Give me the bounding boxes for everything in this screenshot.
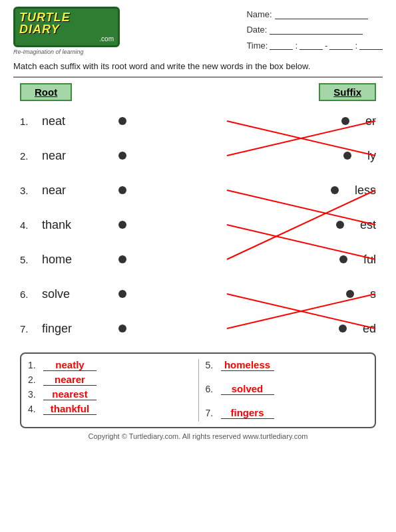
suffix-column: er ly less est bbox=[276, 104, 376, 346]
suffix-header: Suffix bbox=[319, 83, 376, 101]
answer-word-4: thankful bbox=[43, 403, 97, 415]
num-5: 5. bbox=[20, 254, 37, 265]
time-sep2: - bbox=[325, 38, 327, 53]
time-m1[interactable] bbox=[299, 41, 323, 50]
root-row-7: 7. finger bbox=[20, 311, 126, 346]
answer-right: 5. homeless 6. solved 7. fingers bbox=[198, 359, 369, 422]
suffix-dot-4 bbox=[336, 221, 344, 229]
suffix-dot-5 bbox=[339, 255, 347, 263]
answer-item-2: 2. nearer bbox=[28, 374, 192, 386]
suffix-word-3: less bbox=[355, 184, 376, 198]
answer-item-7: 7. fingers bbox=[206, 407, 369, 419]
name-label: Name: bbox=[246, 7, 272, 22]
answer-word-7: fingers bbox=[221, 407, 274, 419]
suffix-word-5: ful bbox=[363, 253, 376, 267]
time-line: Time: : - : bbox=[246, 38, 383, 53]
footer: Copyright © Turtlediary.com. All rights … bbox=[13, 432, 383, 440]
suffix-row-3: less bbox=[276, 173, 376, 207]
root-dot-4 bbox=[118, 221, 126, 229]
suffix-row-5: ful bbox=[276, 242, 376, 277]
num-1: 1. bbox=[20, 116, 37, 127]
suffix-word-2: ly bbox=[367, 149, 376, 163]
root-row-3: 3. near bbox=[20, 173, 126, 207]
logo-area: TURTLE DIARY .com Re-Imagination of lear… bbox=[13, 7, 120, 55]
suffix-word-4: est bbox=[360, 218, 376, 232]
time-sep1: : bbox=[295, 38, 297, 53]
name-line: Name: bbox=[246, 7, 383, 22]
root-column: 1. neat 2. near 3. near bbox=[20, 104, 126, 346]
logo-text: TURTLE DIARY bbox=[19, 11, 114, 35]
answer-num-4: 4. bbox=[28, 404, 40, 414]
suffix-dot-7 bbox=[339, 325, 347, 332]
suffix-dot-3 bbox=[331, 186, 339, 194]
suffix-row-1: er bbox=[276, 104, 376, 138]
answer-item-4: 4. thankful bbox=[28, 403, 192, 415]
suffix-word-6: s bbox=[370, 287, 376, 301]
suffix-row-4: est bbox=[276, 207, 376, 242]
num-2: 2. bbox=[20, 150, 37, 162]
matching-section: Root Suffix 1. neat 2. near bbox=[20, 83, 376, 346]
logo-com: .com bbox=[19, 35, 114, 43]
date-line: Date: bbox=[246, 22, 383, 37]
answer-word-2: nearer bbox=[43, 374, 97, 386]
suffix-dot-1 bbox=[341, 117, 349, 125]
header: TURTLE DIARY .com Re-Imagination of lear… bbox=[13, 7, 383, 55]
time-s[interactable] bbox=[359, 41, 383, 50]
answer-num-6: 6. bbox=[206, 384, 218, 394]
root-word-6: solve bbox=[42, 287, 70, 301]
answer-num-1: 1. bbox=[28, 360, 40, 370]
word-rows: 1. neat 2. near 3. near bbox=[20, 104, 376, 346]
suffix-row-2: ly bbox=[276, 138, 376, 173]
root-header: Root bbox=[20, 83, 72, 101]
root-row-5: 5. home bbox=[20, 242, 126, 277]
root-row-6: 6. solve bbox=[20, 277, 126, 311]
answer-item-5: 5. homeless bbox=[206, 359, 369, 371]
page: TURTLE DIARY .com Re-Imagination of lear… bbox=[0, 0, 396, 532]
answer-num-7: 7. bbox=[206, 408, 218, 418]
name-input[interactable] bbox=[275, 10, 368, 19]
root-word-7: finger bbox=[42, 322, 72, 336]
answer-num-2: 2. bbox=[28, 374, 40, 385]
time-sep3: : bbox=[355, 38, 357, 53]
time-m2[interactable] bbox=[329, 41, 353, 50]
root-word-4: thank bbox=[42, 218, 71, 232]
answer-word-3: nearest bbox=[43, 388, 97, 400]
num-3: 3. bbox=[20, 185, 37, 196]
answer-box: 1. neatly 2. nearer 3. nearest 4. thankf… bbox=[20, 352, 376, 428]
answer-item-6: 6. solved bbox=[206, 383, 369, 395]
answer-word-5: homeless bbox=[221, 359, 274, 371]
root-dot-6 bbox=[118, 290, 126, 298]
time-label: Time: bbox=[246, 38, 268, 53]
suffix-dot-2 bbox=[343, 152, 351, 160]
num-6: 6. bbox=[20, 289, 37, 300]
root-word-2: near bbox=[42, 149, 66, 163]
root-row-4: 4. thank bbox=[20, 207, 126, 242]
num-4: 4. bbox=[20, 219, 37, 231]
root-row-2: 2. near bbox=[20, 138, 126, 173]
date-input[interactable] bbox=[270, 25, 363, 35]
answer-item-1: 1. neatly bbox=[28, 359, 192, 371]
date-label: Date: bbox=[246, 22, 267, 37]
suffix-word-7: ed bbox=[363, 322, 376, 336]
form-fields: Name: Date: Time: : - : bbox=[246, 7, 383, 53]
root-dot-3 bbox=[118, 186, 126, 194]
suffix-dot-6 bbox=[346, 290, 354, 298]
answer-num-3: 3. bbox=[28, 389, 40, 400]
logo-subtitle: Re-Imagination of learning bbox=[13, 49, 120, 55]
root-dot-2 bbox=[118, 152, 126, 160]
answer-num-5: 5. bbox=[206, 360, 218, 370]
answer-word-6: solved bbox=[221, 383, 274, 395]
root-dot-7 bbox=[118, 325, 126, 332]
suffix-word-1: er bbox=[365, 114, 376, 128]
answer-left: 1. neatly 2. nearer 3. nearest 4. thankf… bbox=[28, 359, 198, 422]
suffix-row-7: ed bbox=[276, 311, 376, 346]
num-7: 7. bbox=[20, 323, 37, 334]
suffix-row-6: s bbox=[276, 277, 376, 311]
time-h[interactable] bbox=[270, 41, 293, 50]
logo-box: TURTLE DIARY .com bbox=[13, 7, 120, 47]
root-word-1: neat bbox=[42, 114, 65, 128]
root-word-3: near bbox=[42, 184, 66, 198]
root-row-1: 1. neat bbox=[20, 104, 126, 138]
root-dot-1 bbox=[118, 117, 126, 125]
root-word-5: home bbox=[42, 253, 72, 267]
